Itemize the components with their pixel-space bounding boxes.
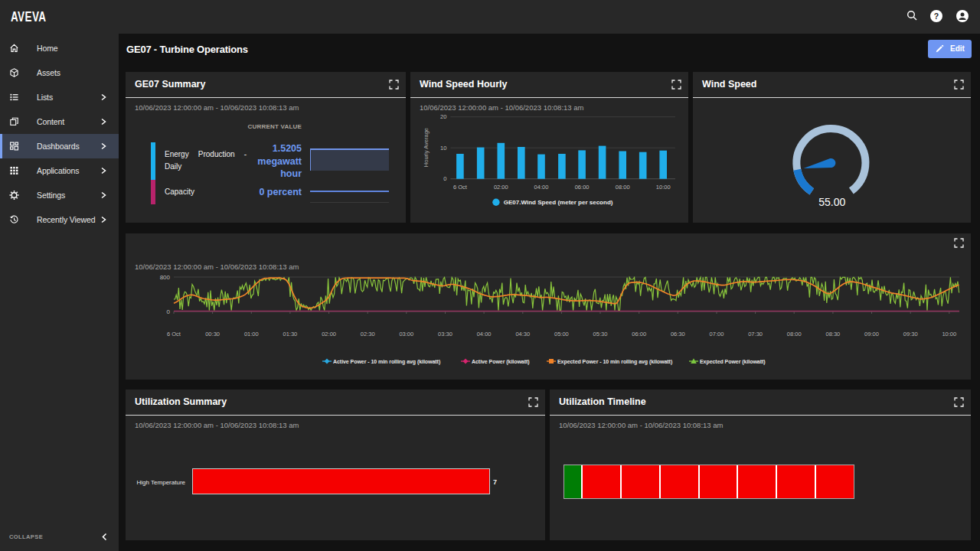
svg-text:06:00: 06:00	[632, 331, 646, 337]
svg-text:02:00: 02:00	[494, 184, 508, 191]
svg-text:0: 0	[443, 175, 446, 182]
svg-text:05:00: 05:00	[554, 331, 569, 337]
svg-text:06:00: 06:00	[575, 184, 590, 191]
svg-text:55.00: 55.00	[818, 196, 845, 208]
svg-text:800: 800	[160, 274, 171, 281]
svg-text:06:30: 06:30	[671, 331, 685, 337]
svg-text:6 Oct: 6 Oct	[453, 184, 468, 191]
svg-text:?: ?	[934, 11, 939, 21]
svg-text:03:00: 03:00	[399, 331, 413, 337]
svg-text:08:00: 08:00	[616, 184, 630, 191]
svg-text:0: 0	[167, 308, 171, 315]
svg-text:01:30: 01:30	[283, 331, 298, 337]
svg-text:04:00: 04:00	[534, 184, 549, 191]
svg-text:01:00: 01:00	[244, 331, 259, 337]
svg-text:09:00: 09:00	[864, 331, 879, 337]
svg-text:10:00: 10:00	[942, 331, 956, 337]
svg-text:Expected Power (kilowatt): Expected Power (kilowatt)	[700, 359, 766, 365]
svg-text:02:30: 02:30	[361, 331, 375, 337]
svg-text:04:00: 04:00	[477, 331, 492, 337]
svg-text:10: 10	[440, 145, 446, 152]
svg-text:Active Power (kilowatt): Active Power (kilowatt)	[472, 359, 529, 365]
svg-text:08:30: 08:30	[826, 331, 841, 337]
svg-text:Expected Power - 10 min rollin: Expected Power - 10 min rolling avg (kil…	[557, 359, 672, 365]
svg-text:20: 20	[440, 113, 446, 120]
svg-text:03:30: 03:30	[438, 331, 452, 337]
svg-text:09:30: 09:30	[903, 331, 918, 337]
svg-text:Hourly Average: Hourly Average	[423, 128, 430, 167]
svg-text:GE07.Wind Speed (meter per sec: GE07.Wind Speed (meter per second)	[504, 199, 613, 206]
svg-text:07:00: 07:00	[710, 331, 724, 337]
svg-text:08:00: 08:00	[787, 331, 802, 337]
svg-text:Active Power - 10 min rolling: Active Power - 10 min rolling avg (kilow…	[333, 359, 440, 365]
svg-text:04:30: 04:30	[515, 331, 530, 337]
svg-text:05:30: 05:30	[593, 331, 608, 337]
svg-text:07:30: 07:30	[748, 331, 763, 337]
svg-text:6 Oct: 6 Oct	[167, 331, 181, 337]
svg-text:10:00: 10:00	[656, 184, 671, 191]
svg-text:00:30: 00:30	[205, 331, 220, 337]
svg-text:02:00: 02:00	[322, 331, 336, 337]
